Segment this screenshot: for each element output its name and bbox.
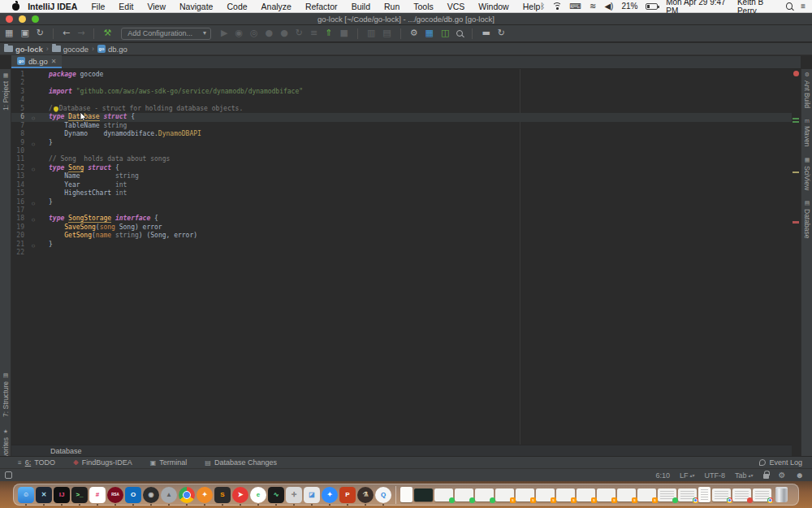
breadcrumb-gocode[interactable]: gocode: [52, 45, 89, 54]
network-app-icon[interactable]: ✕: [36, 487, 52, 503]
save-all-icon[interactable]: ▣: [20, 25, 28, 41]
line-number[interactable]: 9: [11, 139, 29, 147]
menu-item-edit[interactable]: Edit: [119, 2, 133, 11]
rocket-app-icon[interactable]: ▲: [161, 487, 177, 503]
line-number[interactable]: 6: [11, 113, 29, 121]
run-anything-icon[interactable]: ◫: [441, 25, 449, 41]
battery-icon[interactable]: [646, 3, 658, 10]
line-number[interactable]: 16: [11, 198, 29, 206]
attach-debugger-icon[interactable]: ⇑: [325, 25, 332, 41]
minimized-window-thumbnail[interactable]: [455, 488, 473, 501]
wrench-icon[interactable]: ⚙: [410, 25, 418, 41]
minimized-window-thumbnail[interactable]: s: [536, 488, 555, 501]
tool-button-structure[interactable]: ▤7: Structure: [2, 372, 10, 417]
minimized-window-thumbnail[interactable]: s: [495, 488, 514, 501]
intellij-idea-icon[interactable]: IJ: [54, 487, 70, 503]
hector-inspector-icon[interactable]: ☻: [795, 469, 804, 482]
minimized-window-thumbnail[interactable]: [475, 488, 494, 501]
run-dashboard-icon[interactable]: ≡: [310, 25, 317, 41]
menu-item-code[interactable]: Code: [227, 2, 247, 11]
wheel-app-icon[interactable]: ◉: [143, 487, 159, 503]
bluetooth-icon[interactable]: ᛒ: [540, 0, 545, 13]
line-number[interactable]: 15: [11, 189, 29, 198]
tool-window-switcher-icon[interactable]: [5, 471, 12, 479]
event-log-button[interactable]: Event Log: [759, 458, 802, 467]
menu-item-refactor[interactable]: Refactor: [305, 2, 338, 11]
tool-button-todo[interactable]: ≡6: TODO: [18, 458, 55, 467]
menu-item-vcs[interactable]: VCS: [447, 2, 465, 11]
line-number[interactable]: 14: [11, 181, 29, 189]
indent-selector[interactable]: Tab▴▾: [735, 471, 754, 480]
line-number[interactable]: 20: [11, 232, 29, 240]
tool-button-project[interactable]: ▦1: Project: [2, 72, 10, 111]
menu-item-navigate[interactable]: Navigate: [179, 2, 213, 11]
minimized-window-thumbnail[interactable]: [658, 488, 676, 501]
run-configuration-select[interactable]: Add Configuration...: [121, 28, 211, 40]
rerun-icon[interactable]: ↻: [296, 25, 303, 41]
outlook-icon[interactable]: O: [125, 487, 141, 503]
trash-icon[interactable]: [775, 487, 788, 502]
minimized-window-thumbnail[interactable]: s: [556, 488, 575, 501]
tool-button-terminal[interactable]: ▣Terminal: [150, 458, 188, 467]
profiler-icon[interactable]: ●: [266, 25, 274, 41]
debug-icon[interactable]: ◉: [235, 25, 243, 41]
breadcrumb-go-lock[interactable]: go-lock: [4, 45, 43, 54]
minimized-window-thumbnail[interactable]: [414, 488, 433, 501]
activity-monitor-icon[interactable]: ∿: [268, 487, 284, 503]
line-number[interactable]: 19: [11, 224, 29, 232]
line-number[interactable]: 5: [11, 105, 29, 113]
shelve-icon[interactable]: ▤: [382, 25, 391, 41]
sync-settings-icon[interactable]: ↻: [498, 25, 505, 41]
apply-patch-icon[interactable]: ▥: [367, 25, 375, 41]
search-everywhere-icon[interactable]: [456, 30, 463, 37]
rsa-securid-icon[interactable]: RSA: [107, 487, 123, 503]
red-arrow-app-icon[interactable]: ➤: [232, 487, 248, 503]
tab-db-go[interactable]: go db.go ✕: [11, 55, 62, 68]
vcs-added-mark[interactable]: [793, 118, 799, 119]
save-layout-icon[interactable]: ▬: [482, 25, 490, 41]
menu-item-build[interactable]: Build: [352, 2, 370, 11]
quicktime-icon[interactable]: Q: [375, 487, 391, 503]
file-encoding-selector[interactable]: UTF-8: [704, 471, 725, 480]
line-number[interactable]: 12: [11, 164, 29, 172]
breadcrumb-db-go[interactable]: godb.go: [97, 45, 127, 54]
keyboard-input-icon[interactable]: ⌨: [570, 0, 581, 13]
docker-icon[interactable]: ≋: [590, 0, 596, 13]
line-number[interactable]: 21: [11, 241, 29, 249]
line-number[interactable]: 17: [11, 206, 29, 215]
line-number[interactable]: 22: [11, 249, 29, 257]
editor-error-stripe[interactable]: [792, 69, 801, 445]
evernote-icon[interactable]: e: [250, 487, 266, 503]
zoom-app-icon[interactable]: ✦: [322, 487, 338, 503]
fold-marker[interactable]: ○: [29, 241, 37, 249]
sublime-text-icon[interactable]: S: [214, 487, 231, 503]
line-separator-selector[interactable]: LF▴▾: [680, 471, 695, 480]
gear-icon[interactable]: ⚙: [779, 469, 786, 482]
fold-marker[interactable]: ○: [29, 198, 37, 206]
menu-item-tools[interactable]: Tools: [413, 2, 434, 11]
minimized-window-thumbnail[interactable]: [732, 488, 751, 501]
tool-button-ant-build[interactable]: ⚙Ant Build: [803, 72, 811, 108]
inspections-indicator[interactable]: [793, 71, 799, 76]
apple-menu-icon[interactable]: [11, 2, 19, 11]
project-structure-icon[interactable]: ▦: [425, 25, 434, 41]
minimized-window-thumbnail[interactable]: [400, 487, 412, 502]
minimized-window-thumbnail[interactable]: s: [617, 488, 636, 501]
caret-position[interactable]: 6:10: [655, 471, 670, 480]
minimized-window-thumbnail[interactable]: [698, 487, 710, 502]
fold-marker[interactable]: ○: [29, 139, 37, 147]
line-number[interactable]: 8: [11, 130, 29, 138]
menu-item-run[interactable]: Run: [384, 2, 400, 11]
line-number[interactable]: 13: [11, 172, 29, 180]
volume-icon[interactable]: ◀): [604, 0, 613, 13]
orange-bird-app-icon[interactable]: ✦: [197, 487, 213, 503]
code-editor[interactable]: 1package gocode23import "github.com/aws/…: [11, 69, 792, 445]
line-number[interactable]: 1: [11, 71, 29, 79]
line-number[interactable]: 11: [11, 155, 29, 163]
fold-marker[interactable]: ○: [29, 113, 37, 121]
menu-item-view[interactable]: View: [147, 2, 166, 11]
finder-icon[interactable]: ☺: [18, 487, 34, 503]
fold-marker[interactable]: ○: [29, 215, 37, 223]
breadcrumb-scope[interactable]: Database: [50, 447, 82, 455]
profiler-alt-icon[interactable]: ●: [280, 25, 288, 41]
